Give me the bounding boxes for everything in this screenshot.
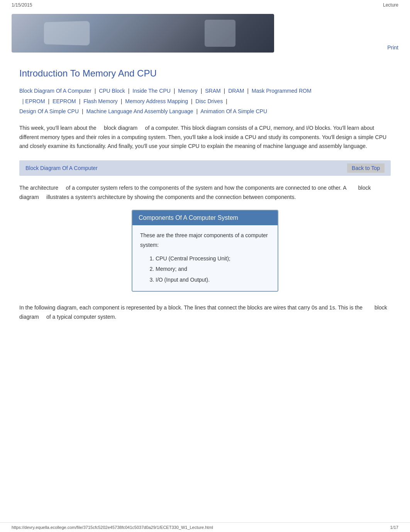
date-label: 1/15/2015 — [12, 2, 32, 8]
components-box-body: These are the three major components of … — [132, 225, 278, 291]
components-box-intro: These are the three major components of … — [140, 231, 270, 250]
components-box: Components Of A Computer System These ar… — [132, 210, 278, 292]
components-list: CPU (Central Processing Unit); Memory; a… — [144, 254, 270, 285]
diagram-text: In the following diagram, each component… — [19, 303, 391, 322]
header-banner: Print — [0, 10, 410, 56]
nav-link-dram[interactable]: DRAM — [228, 88, 244, 94]
print-link[interactable]: Print — [387, 44, 398, 53]
nav-link-eprom[interactable]: | EPROM — [19, 98, 45, 104]
page-label: Lecture — [383, 2, 398, 8]
nav-link-mask-rom[interactable]: Mask Programmed ROM — [252, 88, 312, 94]
nav-link-disc-drives[interactable]: Disc Drives — [195, 98, 223, 104]
nav-link-design-cpu[interactable]: Design Of A Simple CPU — [19, 108, 79, 114]
main-content: Introduction To Memory And CPU Block Dia… — [0, 56, 410, 345]
architecture-text: The architecture of a computer system re… — [19, 184, 391, 202]
section1-header-bar: Block Diagram Of A Computer Back to Top — [19, 160, 391, 176]
nav-link-block-diagram[interactable]: Block Diagram Of A Computer — [19, 88, 91, 94]
page-title: Introduction To Memory And CPU — [19, 68, 391, 79]
nav-link-flash-memory[interactable]: Flash Memory — [83, 98, 118, 104]
nav-link-cpu-block[interactable]: CPU Block — [99, 88, 125, 94]
nav-link-machine-language[interactable]: Machine Language And Assembly Language — [86, 108, 193, 114]
banner-image — [12, 14, 274, 53]
nav-links: Block Diagram Of A Computer | CPU Block … — [19, 86, 391, 117]
components-list-item: CPU (Central Processing Unit); — [156, 254, 270, 263]
back-to-top-button[interactable]: Back to Top — [347, 163, 385, 173]
nav-link-eeprom[interactable]: EEPROM — [53, 98, 76, 104]
nav-link-sram[interactable]: SRAM — [205, 88, 220, 94]
components-list-item: Memory; and — [156, 264, 270, 274]
nav-link-memory[interactable]: Memory — [178, 88, 198, 94]
section1-title-link[interactable]: Block Diagram Of A Computer — [25, 165, 98, 171]
nav-link-animation-cpu[interactable]: Animation Of A Simple CPU — [200, 108, 267, 114]
components-list-item: I/O (Input and Output). — [156, 275, 270, 285]
components-box-header: Components Of A Computer System — [132, 211, 278, 225]
nav-link-memory-address[interactable]: Memory Address Mapping — [125, 98, 188, 104]
top-bar: 1/15/2015 Lecture — [0, 0, 410, 10]
nav-link-inside-cpu[interactable]: Inside The CPU — [132, 88, 171, 94]
intro-paragraph: This week, you'll learn about the block … — [19, 124, 391, 151]
